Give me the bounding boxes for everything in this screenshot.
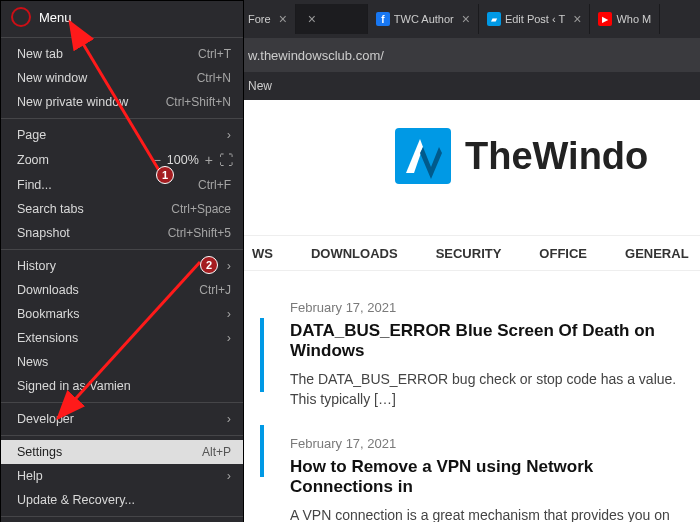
nav-item-security[interactable]: SECURITY (436, 246, 502, 261)
tab-fore[interactable]: Fore× (240, 4, 296, 34)
menu-label: New private window (17, 95, 128, 109)
menu-title: Menu (39, 10, 72, 25)
menu-new-window[interactable]: New windowCtrl+N (1, 66, 243, 90)
separator (1, 118, 243, 119)
tab-label: Edit Post ‹ T (505, 13, 565, 25)
close-icon[interactable]: × (462, 11, 470, 27)
tab-blank[interactable]: × (296, 4, 368, 34)
menu-news[interactable]: News (1, 350, 243, 374)
menu-label: New window (17, 71, 87, 85)
menu-label: Page (17, 128, 46, 142)
youtube-icon: ▶ (598, 12, 612, 26)
post-item: February 17, 2021 DATA_BUS_ERROR Blue Sc… (290, 300, 692, 410)
post-accent (260, 425, 264, 477)
separator (1, 516, 243, 517)
close-icon[interactable]: × (279, 11, 287, 27)
menu-signed-in[interactable]: Signed in as Vamien (1, 374, 243, 398)
shortcut-text: Ctrl+J (199, 283, 231, 297)
separator (1, 249, 243, 250)
separator (1, 435, 243, 436)
annotation-badge-1: 1 (156, 166, 174, 184)
tab-who[interactable]: ▶Who M (590, 4, 660, 34)
close-icon[interactable]: × (573, 11, 581, 27)
tab-label: TWC Author (394, 13, 454, 25)
menu-update-recovery[interactable]: Update & Recovery... (1, 488, 243, 512)
site-icon: ▰ (487, 12, 501, 26)
shortcut-text: Ctrl+T (198, 47, 231, 61)
shortcut-text: Ctrl+N (197, 71, 231, 85)
separator (1, 402, 243, 403)
post-title[interactable]: How to Remove a VPN using Network Connec… (290, 457, 692, 497)
tab-edit-post[interactable]: ▰Edit Post ‹ T× (479, 4, 591, 34)
close-icon[interactable]: × (308, 11, 316, 27)
post-item: February 17, 2021 How to Remove a VPN us… (290, 436, 692, 522)
menu-label: Signed in as Vamien (17, 379, 131, 393)
menu-downloads[interactable]: DownloadsCtrl+J (1, 278, 243, 302)
nav-item-office[interactable]: OFFICE (539, 246, 587, 261)
tab-label: Fore (248, 13, 271, 25)
site-nav: WS DOWNLOADS SECURITY OFFICE GENERAL (244, 235, 700, 271)
menu-label: Update & Recovery... (17, 493, 135, 507)
menu-label: Find... (17, 178, 52, 192)
menu-label: Zoom (17, 153, 49, 167)
menu-label: Bookmarks (17, 307, 80, 321)
menu-label: Developer (17, 412, 74, 426)
post-excerpt: The DATA_BUS_ERROR bug check or stop cod… (290, 369, 692, 410)
shortcut-text: Alt+P (202, 445, 231, 459)
menu-label: Settings (17, 445, 62, 459)
menu-label: Search tabs (17, 202, 84, 216)
chevron-right-icon: › (227, 128, 231, 142)
menu-find[interactable]: Find...Ctrl+F (1, 173, 243, 197)
tab-label: Who M (616, 13, 651, 25)
fullscreen-icon[interactable]: ⛶ (219, 152, 233, 168)
post-date: February 17, 2021 (290, 436, 692, 451)
svg-marker-1 (420, 147, 442, 179)
menu-label: New tab (17, 47, 63, 61)
menu-help[interactable]: Help› (1, 464, 243, 488)
zoom-in-button[interactable]: + (205, 152, 213, 168)
chevron-right-icon: › (227, 469, 231, 483)
menu-page[interactable]: Page› (1, 123, 243, 147)
menu-label: News (17, 355, 48, 369)
menu-header[interactable]: Menu (1, 1, 243, 33)
chevron-right-icon: › (227, 259, 231, 273)
url-text: w.thewindowsclub.com/ (248, 48, 384, 63)
nav-item-ws[interactable]: WS (252, 246, 273, 261)
shortcut-text: Ctrl+Shift+N (166, 95, 231, 109)
site-logo-text: TheWindo (465, 135, 648, 178)
menu-developer[interactable]: Developer› (1, 407, 243, 431)
menu-label: Snapshot (17, 226, 70, 240)
nav-item-general[interactable]: GENERAL (625, 246, 689, 261)
bookmark-new[interactable]: New (248, 79, 272, 93)
menu-extensions[interactable]: Extensions› (1, 326, 243, 350)
tab-twc-author[interactable]: fTWC Author× (368, 4, 479, 34)
post-accent (260, 318, 264, 392)
menu-label: Extensions (17, 331, 78, 345)
post-date: February 17, 2021 (290, 300, 692, 315)
menu-new-private-window[interactable]: New private windowCtrl+Shift+N (1, 90, 243, 114)
shortcut-text: Ctrl+Shift+5 (168, 226, 231, 240)
site-logo-icon (395, 128, 451, 184)
annotation-badge-2: 2 (200, 256, 218, 274)
menu-search-tabs[interactable]: Search tabsCtrl+Space (1, 197, 243, 221)
separator (1, 37, 243, 38)
post-title[interactable]: DATA_BUS_ERROR Blue Screen Of Death on W… (290, 321, 692, 361)
menu-new-tab[interactable]: New tabCtrl+T (1, 42, 243, 66)
facebook-icon: f (376, 12, 390, 26)
zoom-value: 100% (167, 153, 199, 167)
zoom-out-button[interactable]: − (153, 152, 161, 168)
site-logo[interactable]: TheWindo (395, 128, 648, 184)
menu-bookmarks[interactable]: Bookmarks› (1, 302, 243, 326)
menu-snapshot[interactable]: SnapshotCtrl+Shift+5 (1, 221, 243, 245)
svg-marker-0 (406, 139, 423, 173)
chevron-right-icon: › (227, 331, 231, 345)
menu-settings[interactable]: SettingsAlt+P (1, 440, 243, 464)
menu-label: History (17, 259, 56, 273)
shortcut-text: Ctrl+F (198, 178, 231, 192)
menu-label: Downloads (17, 283, 79, 297)
menu-zoom: Zoom − 100% + ⛶ (1, 147, 243, 173)
chevron-right-icon: › (227, 412, 231, 426)
posts-list: February 17, 2021 DATA_BUS_ERROR Blue Sc… (290, 300, 692, 522)
nav-item-downloads[interactable]: DOWNLOADS (311, 246, 398, 261)
menu-label: Help (17, 469, 43, 483)
